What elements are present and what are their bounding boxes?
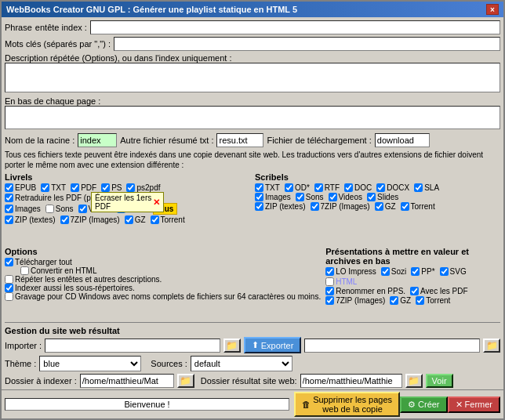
- renommer-item: Renommer en PPS.: [325, 287, 405, 295]
- retraduire-checkbox[interactable]: [5, 194, 13, 202]
- videos-l-checkbox[interactable]: [78, 205, 87, 213]
- phrase-row: Phrase entête index :: [5, 20, 500, 34]
- bas-page-row: En bas de chaque page :: [5, 96, 500, 106]
- ps2pdf-checkbox[interactable]: [126, 183, 135, 192]
- exporter-folder-button[interactable]: 📁: [483, 339, 500, 353]
- gz-p-item: GZ: [390, 296, 411, 305]
- sons-s-item: Sons: [296, 193, 324, 201]
- options-col: Options Télécharger tout Convertir en HT…: [5, 247, 321, 319]
- images-s-checkbox[interactable]: [255, 193, 263, 201]
- telecharger-item: Télécharger tout: [5, 258, 321, 266]
- exporter-button[interactable]: ⬆ Exporter: [244, 337, 302, 353]
- sozi-checkbox[interactable]: [381, 267, 390, 276]
- zip-l-checkbox[interactable]: [5, 215, 13, 224]
- fermer-button[interactable]: ✕ Fermer: [448, 396, 500, 413]
- indexer-sous-item: Indexer aussi les sous-répertoires.: [5, 284, 321, 292]
- dossier-row: Dossier à indexer : 📁 Dossier résultat s…: [5, 374, 500, 388]
- indexer-sous-checkbox[interactable]: [5, 284, 13, 292]
- torrent-p-checkbox[interactable]: [416, 296, 424, 305]
- close-button[interactable]: ×: [486, 4, 499, 15]
- theme-sources-row: Thème : blue Sources : default: [5, 356, 500, 371]
- autre-fichier-input[interactable]: [216, 133, 263, 147]
- doc-checkbox[interactable]: [344, 183, 353, 192]
- voir-button[interactable]: Voir: [426, 374, 453, 388]
- pdf-checkbox[interactable]: [71, 183, 79, 192]
- slides-s-checkbox[interactable]: [367, 193, 376, 201]
- nom-racine-input[interactable]: [78, 133, 117, 147]
- gravage-checkbox[interactable]: [5, 292, 13, 301]
- fichier-telechargement-label: Fichier de téléchargement :: [267, 136, 371, 145]
- gz-l-checkbox[interactable]: [125, 215, 133, 224]
- importer-folder-button[interactable]: 📁: [223, 339, 241, 353]
- bas-page-textarea[interactable]: [5, 106, 500, 129]
- repeter-checkbox[interactable]: [5, 275, 13, 284]
- entete-index-label: entête index :: [35, 23, 87, 32]
- creer-button[interactable]: ⚙ Créer: [400, 396, 448, 413]
- sons-s-checkbox[interactable]: [296, 193, 304, 201]
- sources-select[interactable]: default: [191, 356, 292, 371]
- main-window: WebBooks Creator GNU GPL : Générer une p…: [0, 0, 505, 420]
- txt-l-checkbox[interactable]: [41, 183, 49, 192]
- od-checkbox[interactable]: [285, 183, 293, 192]
- dossier-resultat-label: Dossier résultat site web:: [201, 376, 297, 386]
- exporter-input[interactable]: [304, 339, 480, 353]
- supprimer-button[interactable]: 🗑 Supprimer les pagesweb de la copie: [294, 392, 400, 417]
- livrels-archive-grid: ZIP (textes) 7ZIP (Images) GZ Torrent: [5, 215, 250, 224]
- html-p-checkbox[interactable]: [325, 277, 334, 286]
- renommer-checkbox[interactable]: [325, 287, 334, 295]
- lo-impress-checkbox[interactable]: [325, 267, 334, 276]
- options-label: Options: [5, 247, 321, 256]
- txt-s-checkbox[interactable]: [255, 183, 263, 192]
- retraduire-row: Retraduire les PDF (ps2pdf) Écraser les …: [5, 194, 250, 202]
- avec-pdf-checkbox[interactable]: [410, 287, 419, 295]
- convertir-checkbox[interactable]: [20, 266, 29, 275]
- supprimer-label: Supprimer les pagesweb de la copie: [313, 395, 392, 414]
- theme-select[interactable]: blue: [39, 356, 141, 371]
- content-area: Phrase entête index : Mots clés (séparés…: [2, 17, 503, 389]
- sons-l-checkbox[interactable]: [45, 205, 54, 213]
- torrent-l-checkbox[interactable]: [151, 215, 159, 224]
- gz-s-checkbox[interactable]: [375, 202, 383, 211]
- epub-checkbox[interactable]: [5, 183, 13, 192]
- gz-l-item: GZ: [125, 215, 146, 224]
- bas-page-section: En bas de chaque page :: [5, 96, 500, 131]
- status-bar: Bienvenue ! 🗑 Supprimer les pagesweb de …: [2, 389, 503, 418]
- presentations-label: Présentations à mettre en valeur et arch…: [325, 247, 500, 266]
- retraduire-popup: Écraser les 1ersPDF ✕: [91, 192, 164, 212]
- 7zip-l-checkbox[interactable]: [60, 215, 69, 224]
- convertir-item: Convertir en HTML: [20, 266, 321, 275]
- torrent-s-checkbox[interactable]: [401, 202, 409, 211]
- dossier-indexer-folder-button[interactable]: 📁: [177, 374, 194, 388]
- docx-checkbox[interactable]: [376, 183, 385, 192]
- zip-s-checkbox[interactable]: [255, 202, 263, 211]
- pp-checkbox[interactable]: [411, 267, 420, 276]
- popup-close-icon[interactable]: ✕: [153, 197, 160, 208]
- description-textarea[interactable]: [5, 63, 500, 92]
- dossier-resultat-folder-button[interactable]: 📁: [405, 374, 423, 388]
- videos-s-checkbox[interactable]: [329, 193, 337, 201]
- images-l-checkbox[interactable]: [5, 205, 13, 213]
- phrase-input[interactable]: [90, 20, 500, 34]
- sla-checkbox[interactable]: [414, 183, 423, 192]
- dossier-indexer-input[interactable]: [80, 374, 174, 388]
- popup-text: Écraser les 1ersPDF: [95, 194, 151, 211]
- zip-l-item: ZIP (textes): [5, 215, 56, 224]
- importer-input[interactable]: [45, 339, 220, 353]
- rtf-checkbox[interactable]: [314, 183, 323, 192]
- info-text: Tous ces fichiers texte peuvent être ind…: [5, 150, 500, 170]
- fichier-telechargement-input[interactable]: [375, 133, 430, 147]
- avec-pdf-item: Avec les PDF: [410, 287, 467, 295]
- telecharger-checkbox[interactable]: [5, 258, 13, 266]
- presentations-col: Présentations à mettre en valeur et arch…: [325, 247, 500, 319]
- dossier-resultat-input[interactable]: [300, 374, 402, 388]
- gz-p-checkbox[interactable]: [390, 296, 398, 305]
- 7zip-s-checkbox[interactable]: [311, 202, 319, 211]
- livrels-col: Livrels EPUB TXT PDF PS ps2pdf Retraduir…: [5, 172, 250, 244]
- status-text: Bienvenue !: [5, 398, 289, 411]
- ps-checkbox[interactable]: [101, 183, 110, 192]
- 7zip-p-checkbox[interactable]: [325, 296, 334, 305]
- mots-cles-input[interactable]: [114, 37, 500, 51]
- phrase-label: Phrase: [5, 23, 32, 32]
- livrels-label: Livrels: [5, 172, 250, 182]
- svg-p-checkbox[interactable]: [440, 267, 449, 276]
